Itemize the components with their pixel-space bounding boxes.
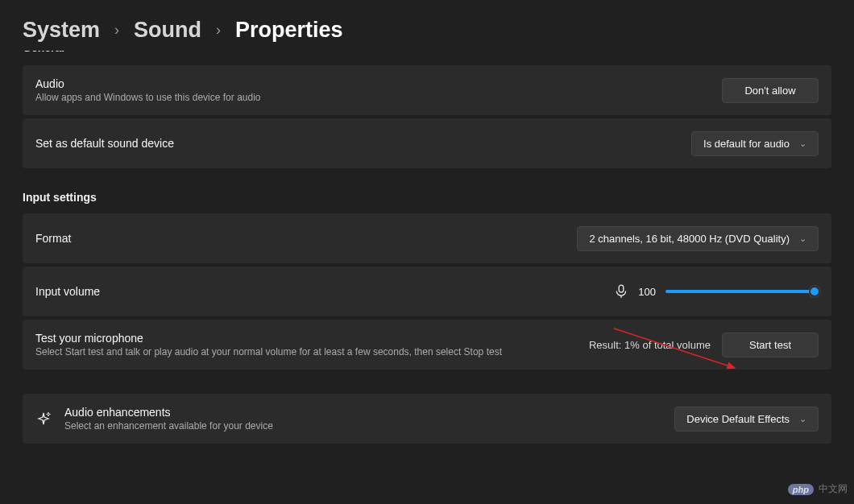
dropdown-value: 2 channels, 16 bit, 48000 Hz (DVD Qualit… [589, 233, 790, 245]
row-format: Format 2 channels, 16 bit, 48000 Hz (DVD… [23, 213, 831, 263]
row-format-title: Format [35, 232, 71, 245]
test-result-text: Result: 1% of total volume [589, 339, 711, 351]
volume-value: 100 [638, 286, 656, 298]
row-trailing: Is default for audio ⌄ [691, 131, 819, 156]
watermark-text: 中文网 [819, 482, 848, 496]
row-audio: Audio Allow apps and Windows to use this… [23, 65, 831, 115]
row-text: Test your microphone Select Start test a… [35, 332, 502, 357]
row-trailing: 2 channels, 16 bit, 48000 Hz (DVD Qualit… [577, 226, 819, 251]
dont-allow-button[interactable]: Don't allow [722, 78, 819, 103]
row-enhance-sub: Select an enhancement available for your… [64, 420, 273, 432]
dropdown-value: Device Default Effects [686, 413, 790, 425]
row-text: Set as default sound device [35, 137, 174, 150]
row-trailing: Don't allow [722, 78, 819, 103]
sparkle-icon [35, 411, 52, 427]
row-text: Format [35, 232, 71, 245]
default-device-dropdown[interactable]: Is default for audio ⌄ [691, 131, 819, 156]
row-text: Audio enhancements Select an enhancement… [64, 406, 273, 432]
row-volume-title: Input volume [35, 285, 100, 298]
row-audio-sub: Allow apps and Windows to use this devic… [35, 92, 261, 103]
row-trailing: Result: 1% of total volume Start test [589, 333, 819, 357]
chevron-down-icon: ⌄ [799, 414, 806, 424]
row-input-volume: Input volume 100 [23, 266, 831, 316]
volume-slider[interactable] [665, 290, 819, 293]
row-default-device: Set as default sound device Is default f… [23, 118, 831, 168]
row-text: Input volume [35, 285, 100, 298]
breadcrumb-properties: Properties [235, 18, 343, 43]
row-test-mic: Test your microphone Select Start test a… [23, 320, 831, 370]
row-test-title: Test your microphone [35, 332, 502, 345]
row-text: Audio Allow apps and Windows to use this… [35, 77, 261, 103]
row-audio-title: Audio [35, 77, 261, 90]
row-trailing: Device Default Effects ⌄ [674, 407, 819, 432]
php-badge-icon: php [788, 484, 814, 495]
watermark: php 中文网 [788, 482, 848, 496]
row-enhancements: Audio enhancements Select an enhancement… [23, 394, 831, 444]
svg-rect-0 [619, 285, 624, 292]
row-test-sub: Select Start test and talk or play audio… [35, 346, 502, 357]
dropdown-value: Is default for audio [703, 138, 790, 150]
section-label-general: General [0, 51, 854, 59]
chevron-down-icon: ⌄ [799, 138, 806, 149]
chevron-right-icon: › [114, 22, 119, 39]
rows-enhancements: Audio enhancements Select an enhancement… [0, 394, 854, 444]
section-label-input: Input settings [0, 191, 854, 204]
slider-thumb[interactable] [809, 286, 820, 297]
chevron-right-icon: › [216, 22, 221, 39]
row-default-title: Set as default sound device [35, 137, 174, 150]
chevron-down-icon: ⌄ [799, 233, 806, 244]
breadcrumb: System › Sound › Properties [0, 0, 854, 56]
start-test-button[interactable]: Start test [722, 333, 819, 357]
volume-controls: 100 [614, 284, 819, 299]
rows-input: Format 2 channels, 16 bit, 48000 Hz (DVD… [0, 213, 854, 370]
format-dropdown[interactable]: 2 channels, 16 bit, 48000 Hz (DVD Qualit… [577, 226, 819, 251]
breadcrumb-sound[interactable]: Sound [134, 18, 201, 43]
enhancements-dropdown[interactable]: Device Default Effects ⌄ [674, 407, 819, 432]
row-leading: Audio enhancements Select an enhancement… [35, 406, 273, 432]
rows-general: Audio Allow apps and Windows to use this… [0, 65, 854, 168]
microphone-icon[interactable] [614, 284, 628, 299]
row-enhance-title: Audio enhancements [64, 406, 273, 419]
breadcrumb-system[interactable]: System [23, 18, 100, 43]
